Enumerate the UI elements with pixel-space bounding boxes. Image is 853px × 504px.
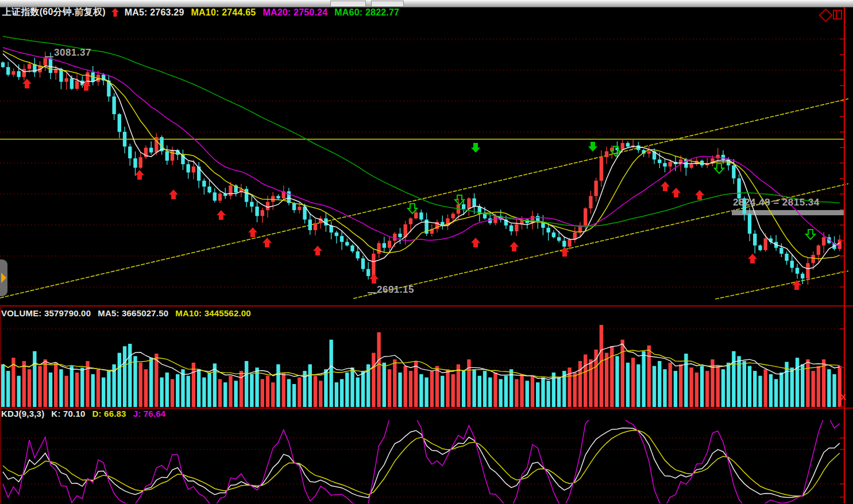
- kdj-name: KDJ(9,3,3): [1, 409, 44, 418]
- expand-arrow-icon: [1, 273, 6, 283]
- up-arrow-icon: [111, 8, 119, 17]
- kdj-header: KDJ(9,3,3) K: 70.10 D: 66.83 J: 76.64: [1, 409, 165, 418]
- trading-terminal-window: 上证指数(60分钟.前复权) MA5: 2763.29 MA10: 2744.6…: [0, 0, 853, 504]
- instrument-title: 上证指数(60分钟.前复权): [2, 6, 106, 18]
- split-window-divider: [836, 11, 837, 18]
- volume-ma10-value: MA10: 3445562.00: [175, 308, 251, 318]
- sidebar-expand-handle[interactable]: [0, 259, 7, 296]
- volume-pane[interactable]: [0, 308, 853, 408]
- volume-ma5-value: MA5: 3665027.50: [98, 308, 168, 318]
- kdj-j-value: J: 76.64: [133, 409, 166, 418]
- ma10-value: MA10: 2744.65: [191, 7, 256, 18]
- split-window-icon[interactable]: [833, 10, 842, 20]
- low-price-pointer: [368, 292, 376, 293]
- main-chart-pane[interactable]: [0, 7, 853, 306]
- price-band-label: 2824.48 = 2815.34: [733, 197, 820, 208]
- low-price-label: 2691.15: [377, 284, 414, 296]
- volume-header: VOLUME: 3579790.00 MA5: 3665027.50 MA10:…: [1, 308, 251, 318]
- volume-value: VOLUME: 3579790.00: [1, 308, 91, 318]
- kdj-pane[interactable]: [0, 409, 853, 504]
- kdj-d-value: D: 66.83: [92, 409, 126, 418]
- high-price-label: 3081.37: [54, 47, 91, 59]
- high-price-pointer: [45, 56, 53, 57]
- indicator-close-button[interactable]: X: [840, 393, 846, 401]
- ma5-value: MA5: 2763.29: [125, 7, 184, 18]
- ma20-value: MA20: 2750.24: [263, 7, 327, 18]
- main-chart-header: 上证指数(60分钟.前复权) MA5: 2763.29 MA10: 2744.6…: [2, 6, 399, 18]
- ma60-value: MA60: 2822.77: [334, 7, 399, 18]
- kdj-k-value: K: 70.10: [51, 409, 85, 418]
